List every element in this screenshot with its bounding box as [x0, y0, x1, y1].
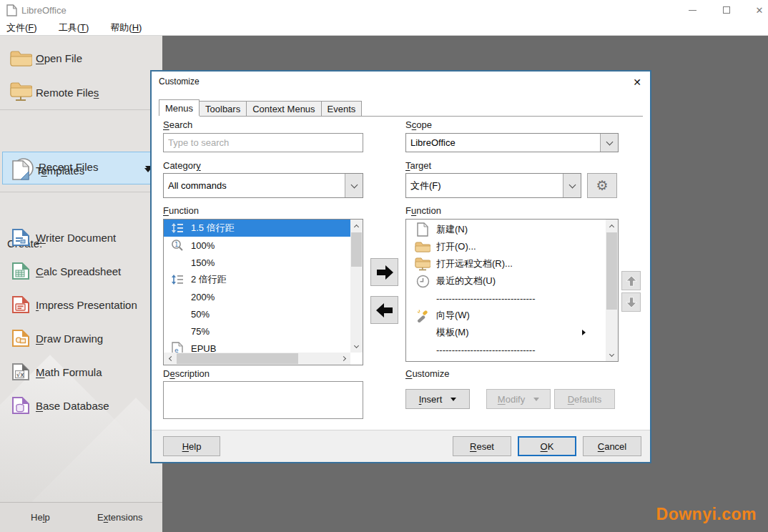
sidebar-item-remote-files[interactable]: Remote Files: [0, 79, 162, 106]
list-item[interactable]: 2 倍行距: [164, 271, 351, 288]
list-item[interactable]: 退出(X): [406, 358, 606, 362]
remote-folder-icon: [415, 257, 430, 271]
scrollbar-thumb[interactable]: [177, 353, 298, 364]
sidebar-item-templates[interactable]: Templates: [0, 154, 162, 187]
sidebar-item-base-database[interactable]: Base Database: [0, 392, 162, 419]
add-command-button[interactable]: [370, 258, 398, 286]
scroll-right-icon[interactable]: [338, 353, 350, 365]
move-down-button[interactable]: [621, 292, 641, 312]
tab-strip: Menus Toolbars Context Menus Events: [159, 101, 643, 117]
remove-command-button[interactable]: [370, 296, 398, 324]
wizard-icon: [415, 309, 430, 322]
vertical-scrollbar[interactable]: [606, 220, 618, 361]
dialog-close-button[interactable]: ✕: [629, 75, 645, 89]
menu-tools[interactable]: 工具(T): [52, 20, 96, 36]
tab-toolbars[interactable]: Toolbars: [199, 101, 247, 116]
help-button[interactable]: Help: [163, 436, 220, 456]
sidebar-item-draw-drawing[interactable]: Draw Drawing: [0, 325, 162, 352]
list-separator[interactable]: --------------------------------: [406, 290, 606, 307]
close-icon: ✕: [633, 77, 641, 88]
list-item[interactable]: 1 100%: [164, 237, 351, 254]
sidebar-item-writer-document[interactable]: Writer Document: [0, 224, 162, 251]
extensions-link[interactable]: Extensions: [97, 512, 143, 523]
target-value: 文件(F): [406, 174, 563, 197]
minimize-button[interactable]: [680, 0, 704, 20]
list-item[interactable]: 向导(W): [406, 307, 606, 324]
category-value: All commands: [164, 174, 345, 197]
scroll-down-icon[interactable]: [606, 349, 618, 361]
tab-events[interactable]: Events: [321, 101, 363, 116]
menu-bar: 文件(F) 工具(T) 帮助(H): [0, 20, 768, 36]
list-item[interactable]: 打开(O)...: [406, 238, 606, 255]
remote-folder-icon: [9, 82, 33, 102]
dialog-title: Customize: [159, 77, 200, 87]
chevron-down-icon[interactable]: [563, 174, 581, 197]
defaults-button[interactable]: Defaults: [554, 389, 615, 409]
modify-button[interactable]: Modify: [486, 389, 551, 409]
target-select[interactable]: 文件(F): [405, 173, 581, 198]
title-bar: LibreOffice ✕: [0, 0, 768, 20]
sidebar-divider: [0, 109, 162, 110]
list-item[interactable]: 150%: [164, 254, 351, 271]
scroll-left-icon[interactable]: [164, 353, 176, 365]
scope-value: LibreOffice: [406, 134, 600, 152]
impress-presentation-icon: [9, 295, 33, 314]
scrollbar-thumb[interactable]: [351, 232, 362, 267]
sidebar-item-impress-presentation[interactable]: Impress Presentation: [0, 291, 162, 318]
chevron-down-icon[interactable]: [600, 134, 618, 152]
minimize-icon: [689, 10, 696, 11]
vertical-scrollbar[interactable]: [350, 220, 363, 353]
list-item[interactable]: 新建(N): [406, 221, 606, 238]
sidebar-item-math-formula[interactable]: √x Math Formula: [0, 358, 162, 385]
chevron-down-icon: [533, 398, 539, 401]
arrow-left-icon: [375, 302, 394, 318]
list-item[interactable]: 打开远程文档(R)...: [406, 255, 606, 272]
scroll-up-icon[interactable]: [350, 220, 363, 232]
arrow-up-icon: [625, 275, 638, 287]
chevron-down-icon[interactable]: [345, 174, 363, 197]
close-button[interactable]: ✕: [747, 0, 768, 20]
list-item[interactable]: 50%: [164, 305, 351, 322]
scroll-down-icon[interactable]: [350, 340, 363, 353]
horizontal-scrollbar[interactable]: [164, 353, 350, 365]
list-item[interactable]: 200%: [164, 288, 351, 305]
watermark: Downyi.com: [656, 505, 757, 524]
target-label: Target: [405, 160, 431, 171]
sidebar-item-calc-spreadsheet[interactable]: Calc Spreadsheet: [0, 257, 162, 285]
list-item[interactable]: 75%: [164, 322, 351, 340]
submenu-arrow-icon: [582, 330, 586, 335]
category-select[interactable]: All commands: [163, 173, 363, 198]
maximize-button[interactable]: [714, 0, 739, 20]
function-left-label: Function: [163, 205, 199, 216]
chevron-down-icon: [451, 398, 456, 401]
tab-menus[interactable]: Menus: [159, 99, 200, 116]
sidebar-item-open-file[interactable]: Open File: [0, 44, 162, 72]
assigned-functions-list[interactable]: 新建(N) 打开(O)... 打开远程文档(R)... 最近的文档(U) ---…: [405, 219, 619, 362]
list-separator[interactable]: --------------------------------: [406, 341, 606, 358]
menu-file[interactable]: 文件(F): [0, 20, 44, 36]
scope-label: Scope: [405, 119, 432, 130]
cancel-button[interactable]: Cancel: [583, 436, 641, 456]
list-item[interactable]: 模板(M): [406, 324, 606, 341]
arrow-right-icon: [375, 265, 394, 280]
search-input[interactable]: [163, 133, 363, 152]
zoom-100-icon: 1: [169, 239, 185, 252]
scrollbar-thumb[interactable]: [606, 232, 617, 310]
available-functions-list[interactable]: 1.5 倍行距 1 100% 150% 2 倍行距 200% 50%: [163, 219, 363, 365]
scroll-up-icon[interactable]: [606, 220, 618, 232]
svg-text:√x: √x: [16, 371, 24, 378]
list-item[interactable]: 最近的文档(U): [406, 272, 606, 290]
list-item[interactable]: 1.5 倍行距: [164, 220, 351, 237]
menu-help[interactable]: 帮助(H): [104, 20, 148, 36]
gear-icon: ⚙: [596, 177, 608, 194]
target-gear-button[interactable]: ⚙: [587, 173, 617, 198]
help-link[interactable]: Help: [31, 512, 50, 523]
ok-button[interactable]: OK: [518, 436, 576, 456]
scope-select[interactable]: LibreOffice: [405, 133, 619, 152]
reset-button[interactable]: Reset: [453, 436, 511, 456]
move-up-button[interactable]: [621, 271, 641, 290]
line-spacing-icon: [169, 222, 185, 234]
insert-button[interactable]: Insert: [405, 389, 470, 409]
tab-context-menus[interactable]: Context Menus: [246, 101, 321, 116]
description-textarea[interactable]: [163, 381, 363, 419]
